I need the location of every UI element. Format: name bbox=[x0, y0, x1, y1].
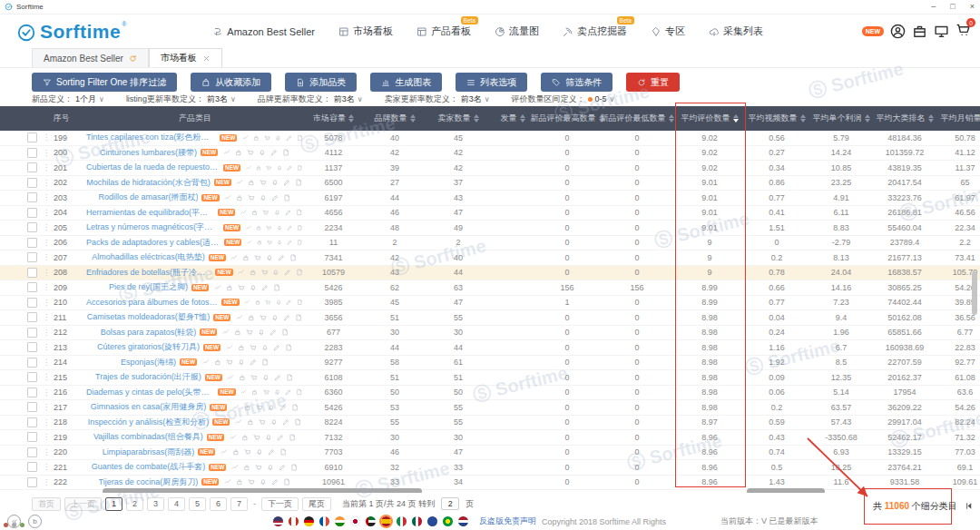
add-from-favorites-button[interactable]: 从收藏添加 bbox=[191, 73, 271, 92]
nav-item-collect-list[interactable]: 采集列表 bbox=[709, 25, 763, 38]
horizontal-scrollbar-thumb[interactable] bbox=[103, 488, 422, 493]
flag-in-icon[interactable] bbox=[335, 516, 345, 526]
row-checkbox[interactable] bbox=[27, 298, 37, 308]
row-checkbox[interactable] bbox=[27, 328, 37, 338]
row-checkbox[interactable] bbox=[27, 282, 37, 292]
nav-item-product-board[interactable]: 产品看板Beta bbox=[416, 25, 471, 38]
column-header-2[interactable]: 市场容量 bbox=[304, 106, 363, 131]
row-checkbox[interactable] bbox=[27, 132, 37, 142]
maximize-button[interactable]: □ bbox=[950, 3, 955, 11]
circle-b-icon[interactable]: b bbox=[28, 515, 42, 528]
row-checkbox[interactable] bbox=[27, 462, 37, 472]
flag-es-icon[interactable] bbox=[381, 516, 391, 526]
flag-it-icon[interactable] bbox=[397, 516, 407, 526]
row-checkbox[interactable] bbox=[27, 358, 37, 368]
flag-eu-icon[interactable] bbox=[427, 516, 437, 526]
column-header-7[interactable]: 新品评价最低数量 bbox=[599, 106, 675, 131]
product-category-link[interactable]: Packs de adaptadores y cables(适配器和电缆包) bbox=[86, 237, 220, 249]
nav-item-traffic-map[interactable]: 流量图 bbox=[495, 25, 539, 38]
column-header-12[interactable]: 平均月销量 bbox=[936, 106, 980, 131]
vertical-scrollbar-thumb[interactable] bbox=[972, 271, 977, 315]
filter-def-2[interactable]: 品牌更新率数定义：前3名∨ bbox=[258, 93, 363, 105]
nav-item-market-board[interactable]: 市场看板 bbox=[338, 25, 393, 38]
product-category-link[interactable]: Gimnasios en casa(家用健身房) bbox=[91, 401, 207, 413]
flag-de-icon[interactable] bbox=[304, 516, 314, 526]
nav-item-best-seller[interactable]: Amazon Best Seller bbox=[212, 26, 315, 37]
close-button[interactable]: × bbox=[970, 3, 975, 11]
briefcase-icon[interactable] bbox=[912, 24, 927, 39]
product-category-link[interactable]: Pies de rey(国王之脚) bbox=[109, 281, 188, 293]
column-header-6[interactable]: 新品评价最高数量 bbox=[535, 106, 599, 131]
row-checkbox[interactable] bbox=[27, 222, 37, 232]
row-checkbox[interactable] bbox=[27, 372, 37, 382]
row-checkbox[interactable] bbox=[27, 162, 37, 172]
row-checkbox[interactable] bbox=[27, 388, 37, 398]
row-checkbox[interactable] bbox=[27, 208, 37, 218]
anti-piracy-link[interactable]: 反盗版免责声明 bbox=[479, 515, 536, 527]
row-checkbox[interactable] bbox=[27, 447, 37, 457]
nav-item-zone[interactable]: 专区 bbox=[651, 25, 685, 38]
column-header-10[interactable]: 平均单个利润 bbox=[809, 106, 873, 131]
column-header-11[interactable]: 平均大类排名 bbox=[873, 106, 936, 131]
row-checkbox[interactable] bbox=[27, 268, 37, 278]
nav-item-selling-point-miner[interactable]: 卖点挖掘器Beta bbox=[563, 25, 627, 38]
row-checkbox[interactable] bbox=[27, 238, 37, 248]
row-checkbox[interactable] bbox=[27, 432, 37, 442]
goto-page-input[interactable]: 2 bbox=[441, 497, 459, 510]
row-checkbox[interactable] bbox=[27, 148, 37, 158]
filter-conditions-button[interactable]: 筛选条件 bbox=[541, 73, 612, 92]
page-button-2[interactable]: 2 bbox=[126, 497, 143, 511]
row-checkbox[interactable] bbox=[27, 252, 37, 262]
add-category-button[interactable]: 添加品类 bbox=[285, 73, 357, 92]
product-category-link[interactable]: Vajillas combinadas(组合餐具) bbox=[93, 431, 203, 443]
product-category-link[interactable]: Cubiertas de la rueda de repuesto(备用车轮罩) bbox=[86, 162, 220, 173]
product-category-link[interactable]: Cinturones lumbares(腰带) bbox=[100, 147, 197, 159]
flag-fr-icon[interactable] bbox=[319, 516, 329, 526]
product-category-link[interactable]: Bolsas para zapatos(鞋袋) bbox=[101, 327, 197, 339]
skip-start-icon[interactable] bbox=[964, 501, 974, 511]
product-category-link[interactable]: Mochilas de hidratación(水合背包) bbox=[86, 177, 211, 189]
monitor-icon[interactable] bbox=[934, 24, 949, 39]
product-category-link[interactable]: Rodillos de amasar(擀面杖) bbox=[98, 191, 198, 203]
flag-ae-icon[interactable] bbox=[366, 516, 376, 526]
prev-page-button[interactable]: 上一页 bbox=[64, 497, 102, 511]
flag-jp-icon[interactable] bbox=[350, 516, 360, 526]
user-account-icon[interactable] bbox=[890, 24, 906, 39]
product-category-link[interactable]: Letras y números magnéticos(字母和磁性数字) bbox=[86, 221, 220, 233]
next-page-button[interactable]: 下一页 bbox=[261, 497, 299, 511]
product-category-link[interactable]: Esponjas(海绵) bbox=[121, 357, 176, 368]
product-category-link[interactable]: Herramientas de equilibrado(平衡工具) bbox=[86, 207, 214, 219]
flag-nl-icon[interactable] bbox=[458, 516, 468, 526]
product-category-link[interactable]: Enfriadores de botellas(瓶子冷却器) bbox=[86, 267, 211, 279]
product-category-link[interactable]: Accesorios para álbumes de fotos(相册配件) bbox=[86, 297, 218, 309]
column-header-3[interactable]: 品牌数量 bbox=[363, 106, 426, 131]
flag-mx-icon[interactable] bbox=[412, 516, 422, 526]
row-checkbox[interactable] bbox=[27, 417, 37, 427]
flag-ca-icon[interactable] bbox=[289, 516, 299, 526]
page-button-7[interactable]: 7 bbox=[230, 497, 248, 511]
row-checkbox[interactable] bbox=[27, 178, 37, 188]
product-category-link[interactable]: Trajes de sudoración(出汗服) bbox=[95, 371, 201, 383]
column-header-8[interactable]: 平均评价数量 bbox=[675, 106, 744, 131]
flag-us-icon[interactable] bbox=[273, 516, 283, 526]
column-header-9[interactable]: 平均视频数量 bbox=[744, 106, 809, 131]
product-category-link[interactable]: Tintes capilares con tiza(彩色粉笔染发剂) bbox=[86, 132, 216, 143]
page-button-3[interactable]: 3 bbox=[147, 497, 164, 511]
minimize-button[interactable]: – bbox=[931, 3, 936, 11]
product-category-link[interactable]: Guantes de combate(战斗手套) bbox=[92, 461, 206, 473]
product-category-link[interactable]: Inspección y análisis(检查和分析) bbox=[88, 417, 210, 428]
tab-best-seller[interactable]: Amazon Best Seller bbox=[32, 48, 149, 67]
product-category-link[interactable]: Camisetas moldeadoras(塑身T恤) bbox=[87, 311, 211, 323]
generate-chart-button[interactable]: 生成图表 bbox=[370, 73, 442, 92]
product-category-link[interactable]: Cúteres giratorios(旋转刀具) bbox=[97, 341, 200, 353]
row-checkbox[interactable] bbox=[27, 192, 37, 202]
product-category-link[interactable]: Limpiaparabrisas(雨刮器) bbox=[103, 447, 195, 458]
row-checkbox[interactable] bbox=[27, 477, 37, 487]
page-button-5[interactable]: 5 bbox=[189, 497, 206, 511]
last-page-button[interactable]: 尾页 bbox=[302, 497, 331, 511]
horizontal-scrollbar-thumb-right[interactable] bbox=[747, 488, 825, 493]
product-category-link[interactable]: Diademas y cintas de pelo(头带和发带) bbox=[86, 387, 214, 398]
row-checkbox[interactable] bbox=[27, 312, 37, 322]
filter-def-0[interactable]: 新品定义：1个月∨ bbox=[32, 93, 104, 105]
flag-br-icon[interactable] bbox=[443, 516, 453, 526]
